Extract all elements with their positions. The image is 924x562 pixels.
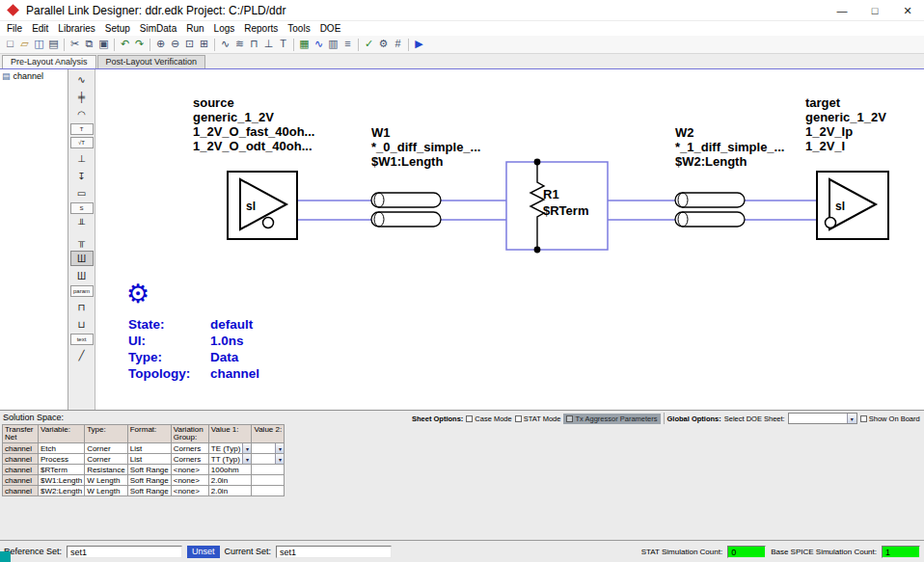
schematic-canvas[interactable]: sl sl source generic_1_2V 1_2V_O_fast_40… <box>95 69 924 411</box>
text-note-icon[interactable]: text <box>70 334 94 345</box>
zoom-out-icon[interactable]: ⊖ <box>168 37 182 52</box>
cell[interactable]: ▾ <box>252 443 285 454</box>
cell[interactable] <box>252 465 285 475</box>
cell[interactable]: 100ohm <box>208 465 252 475</box>
t-element-icon[interactable]: T <box>70 123 94 135</box>
cell[interactable]: TT (Typ)▾ <box>208 454 252 465</box>
reference-set-field[interactable]: set1 <box>67 546 182 558</box>
case-mode-checkbox[interactable]: Case Mode <box>466 415 511 423</box>
undo-icon[interactable]: ↶ <box>118 37 132 52</box>
single-tline-icon[interactable]: ╪ <box>70 89 94 104</box>
menu-simdata[interactable]: SimData <box>135 23 181 34</box>
dropdown-arrow-icon[interactable]: ▾ <box>847 414 856 423</box>
cell-transfer-net: channel <box>3 443 39 454</box>
menu-doe[interactable]: DOE <box>315 23 346 34</box>
menu-setup[interactable]: Setup <box>100 23 135 34</box>
r1-label[interactable]: R1 $RTerm <box>543 186 588 219</box>
cell[interactable] <box>252 475 285 486</box>
dropdown-arrow-icon[interactable]: ▾ <box>242 443 251 453</box>
add-tline-icon[interactable]: ≋ <box>232 37 247 52</box>
menu-logs[interactable]: Logs <box>209 23 240 34</box>
stub-icon[interactable]: ↧ <box>70 168 94 183</box>
w1-label[interactable]: W1 *_0_diff_simple_... $W1:Length <box>371 125 480 169</box>
redo-icon[interactable]: ↷ <box>132 37 147 52</box>
cell[interactable]: 2.0in <box>208 475 252 486</box>
menu-tools[interactable]: Tools <box>283 23 314 34</box>
measure-icon[interactable]: ⊔ <box>70 316 94 332</box>
gear-icon[interactable]: ⚙ <box>126 281 149 308</box>
tab-bar: Pre-Layout Analysis Post-Layout Verifica… <box>0 54 924 68</box>
run-simulation-icon[interactable]: ▶ <box>412 37 426 52</box>
tab-post-layout-verification[interactable]: Post-Layout Verification <box>97 55 206 68</box>
current-set-field[interactable]: set1 <box>276 546 392 558</box>
zoom-in-icon[interactable]: ⊕ <box>153 37 168 52</box>
menu-file[interactable]: File <box>2 23 27 34</box>
wire-tool-icon[interactable]: ∿ <box>70 71 94 87</box>
source-buffer[interactable]: sl <box>228 172 297 239</box>
zoom-fit-icon[interactable]: ⊡ <box>182 37 197 52</box>
add-via-icon[interactable]: ⊥ <box>261 37 276 52</box>
add-wire-icon[interactable]: ∿ <box>218 37 232 52</box>
cell: Soft Range <box>127 475 171 486</box>
show-on-board-label: Show On Board <box>869 415 920 423</box>
unset-button[interactable]: Unset <box>187 546 220 558</box>
stat-mode-checkbox[interactable]: STAT Mode <box>515 415 561 423</box>
settings-icon[interactable]: ⚙ <box>376 37 391 52</box>
parameter-icon[interactable]: param <box>70 285 94 297</box>
dropdown-arrow-icon[interactable]: ▾ <box>275 454 284 464</box>
dropdown-arrow-icon[interactable]: ▾ <box>242 454 251 464</box>
paste-icon[interactable]: ▣ <box>96 37 111 52</box>
window-title: Parallel Link Designer: ddr.edk Project:… <box>26 4 826 17</box>
w1-tline[interactable] <box>371 193 441 227</box>
stat-count-label: STAT Simulation Count: <box>641 548 722 556</box>
line-tool-icon[interactable]: ╱ <box>70 347 94 362</box>
print-icon[interactable]: ▤ <box>46 37 61 52</box>
menu-libraries[interactable]: Libraries <box>53 23 99 34</box>
menu-run[interactable]: Run <box>181 23 208 34</box>
add-component-icon[interactable]: ⊓ <box>247 37 261 52</box>
via-model-icon[interactable]: ╨ <box>70 216 94 231</box>
spreadsheet-icon[interactable]: ▦ <box>297 37 312 52</box>
menu-edit[interactable]: Edit <box>27 23 53 34</box>
source-label[interactable]: source generic_1_2V 1_2V_O_fast_40oh... … <box>193 95 314 153</box>
s-element-icon[interactable]: S <box>70 202 94 214</box>
maximize-button[interactable]: □ <box>858 0 891 21</box>
check-design-icon[interactable]: ✓ <box>362 37 376 52</box>
close-button[interactable]: ✕ <box>891 0 924 21</box>
w2-label[interactable]: W2 *_1_diff_simple_... $W2:Length <box>675 125 784 169</box>
target-label[interactable]: target generic_1_2V 1_2V_Ip 1_2V_I <box>805 95 886 153</box>
w-line-icon[interactable]: Ш <box>70 251 94 266</box>
report-icon[interactable]: ▥ <box>326 37 340 52</box>
add-text-icon[interactable]: T <box>276 37 290 52</box>
w-line-coupled-icon[interactable]: Ш <box>70 268 94 283</box>
coupled-tline-icon[interactable]: ◠ <box>70 106 94 121</box>
logs-icon[interactable]: ≡ <box>340 37 355 52</box>
via-array-icon[interactable]: ╥ <box>70 233 94 249</box>
new-sheet-icon[interactable]: □ <box>3 37 17 52</box>
grid-icon[interactable]: # <box>391 37 405 52</box>
minimize-button[interactable]: — <box>826 0 858 21</box>
save-icon[interactable]: ◫ <box>32 37 46 52</box>
w2-tline[interactable] <box>675 193 745 227</box>
open-project-icon[interactable]: ▱ <box>17 37 32 52</box>
cell[interactable]: 2.0in <box>208 486 252 496</box>
copy-icon[interactable]: ⧉ <box>82 37 96 52</box>
vt-element-icon[interactable]: √T <box>70 137 94 148</box>
menu-reports[interactable]: Reports <box>239 23 283 34</box>
dropdown-arrow-icon[interactable]: ▾ <box>275 443 284 453</box>
cut-icon[interactable]: ✂ <box>68 37 82 52</box>
series-element-icon[interactable]: ▭ <box>70 185 94 201</box>
via-icon[interactable]: ⊥ <box>70 150 94 166</box>
tree-item-channel[interactable]: ▤ channel <box>0 69 68 83</box>
cell[interactable]: ▾ <box>252 454 285 465</box>
zoom-area-icon[interactable]: ⊞ <box>197 37 211 52</box>
cell[interactable] <box>252 486 285 496</box>
tab-pre-layout-analysis[interactable]: Pre-Layout Analysis <box>2 55 96 68</box>
target-buffer[interactable]: sl <box>817 172 888 239</box>
cell[interactable]: TE (Typ)▾ <box>208 443 252 454</box>
show-on-board-checkbox[interactable]: Show On Board <box>860 415 920 423</box>
probe-icon[interactable]: ⊓ <box>70 299 94 314</box>
waveform-viewer-icon[interactable]: ∿ <box>312 37 326 52</box>
doe-sheet-select[interactable]: ▾ <box>788 413 857 424</box>
cell: Resistance <box>85 465 128 475</box>
